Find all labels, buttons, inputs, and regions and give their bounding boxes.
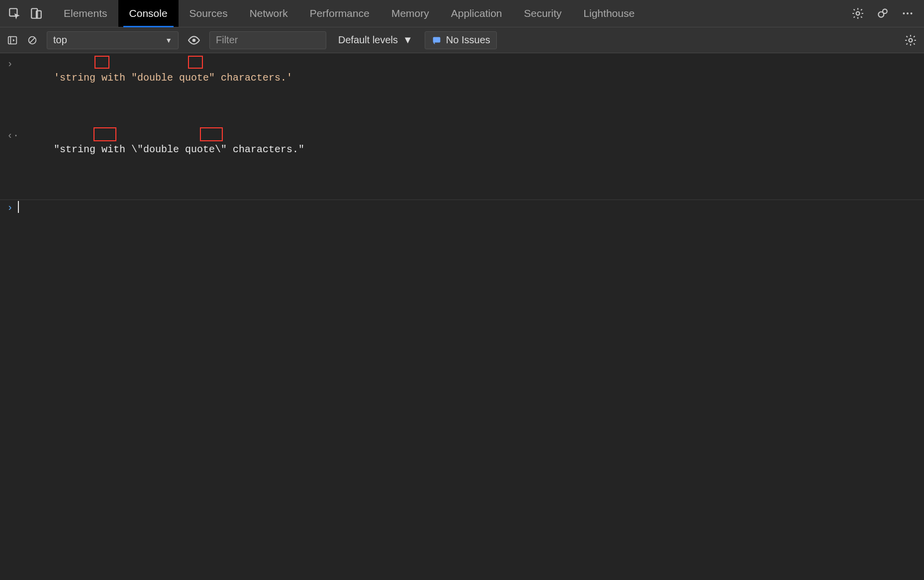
settings-gear-icon[interactable] — [851, 7, 864, 20]
svg-point-6 — [903, 12, 905, 14]
input-caret-icon: › — [7, 57, 18, 71]
console-input-text: 'string with "double quote" characters.' — [18, 57, 292, 127]
svg-point-11 — [192, 38, 196, 42]
tab-application[interactable]: Application — [440, 0, 513, 27]
tab-console[interactable]: Console — [118, 0, 179, 27]
tab-label: Sources — [189, 7, 228, 19]
annotation-box — [188, 56, 203, 69]
tab-elements[interactable]: Elements — [53, 0, 118, 27]
console-input-value: 'string with "double quote" characters.' — [54, 72, 292, 84]
tab-security[interactable]: Security — [513, 0, 572, 27]
execution-context-value: top — [53, 34, 67, 46]
tabbar-left-icons — [5, 7, 48, 20]
tabbar-right-icons — [851, 7, 919, 20]
console-sidebar-toggle-icon[interactable] — [7, 35, 18, 46]
tab-performance[interactable]: Performance — [299, 0, 380, 27]
output-caret-icon: ‹· — [7, 129, 18, 143]
console-output-value: "string with \"double quote\" characters… — [54, 144, 304, 155]
tab-label: Elements — [64, 7, 107, 19]
tab-lighthouse[interactable]: Lighthouse — [572, 0, 646, 27]
devtools-tabs: Elements Console Sources Network Perform… — [53, 0, 646, 27]
tab-label: Lighthouse — [583, 7, 635, 19]
tab-network[interactable]: Network — [239, 0, 299, 27]
svg-point-3 — [856, 12, 860, 15]
tab-label: Memory — [391, 7, 429, 19]
tab-label: Network — [250, 7, 288, 19]
svg-point-5 — [883, 9, 887, 13]
more-options-icon[interactable] — [901, 7, 914, 20]
text-caret — [18, 201, 19, 213]
console-input-row: › 'string with "double quote" characters… — [0, 56, 924, 128]
console-output-text: "string with \"double quote\" characters… — [18, 129, 304, 198]
tab-label: Application — [451, 7, 502, 19]
live-expression-eye-icon[interactable] — [187, 34, 200, 47]
device-toggle-icon[interactable] — [30, 7, 43, 20]
tab-label: Console — [129, 7, 168, 19]
console-prompt-row[interactable]: › — [0, 200, 924, 216]
svg-rect-12 — [433, 37, 441, 42]
prompt-caret-icon: › — [7, 201, 18, 215]
tab-sources[interactable]: Sources — [179, 0, 239, 27]
inspect-element-icon[interactable] — [8, 7, 21, 20]
whats-new-icon[interactable] — [876, 7, 889, 20]
log-levels-label: Default levels — [338, 34, 398, 46]
console-prompt[interactable] — [18, 201, 19, 215]
log-levels-select[interactable]: Default levels ▼ — [335, 34, 416, 46]
tab-memory[interactable]: Memory — [380, 0, 440, 27]
devtools-tabbar: Elements Console Sources Network Perform… — [0, 0, 924, 27]
annotation-box — [94, 56, 109, 69]
annotation-box — [93, 127, 116, 141]
svg-point-7 — [907, 12, 909, 14]
tab-label: Security — [524, 7, 561, 19]
console-output-row: ‹· "string with \"double quote\" charact… — [0, 128, 924, 200]
svg-rect-9 — [8, 36, 17, 44]
console-settings-gear-icon[interactable] — [904, 34, 917, 47]
tab-label: Performance — [310, 7, 370, 19]
annotation-box — [200, 127, 223, 141]
svg-point-8 — [911, 12, 913, 14]
console-messages: › 'string with "double quote" characters… — [0, 53, 924, 216]
console-toolbar: top ▼ Default levels ▼ No Issues — [0, 27, 924, 53]
issues-chip[interactable]: No Issues — [425, 31, 497, 49]
svg-point-13 — [909, 38, 913, 42]
chevron-down-icon: ▼ — [165, 36, 172, 44]
issues-label: No Issues — [446, 34, 490, 46]
filter-input[interactable] — [209, 31, 326, 49]
chevron-down-icon: ▼ — [403, 34, 413, 46]
execution-context-select[interactable]: top ▼ — [47, 31, 179, 49]
clear-console-icon[interactable] — [27, 35, 38, 46]
